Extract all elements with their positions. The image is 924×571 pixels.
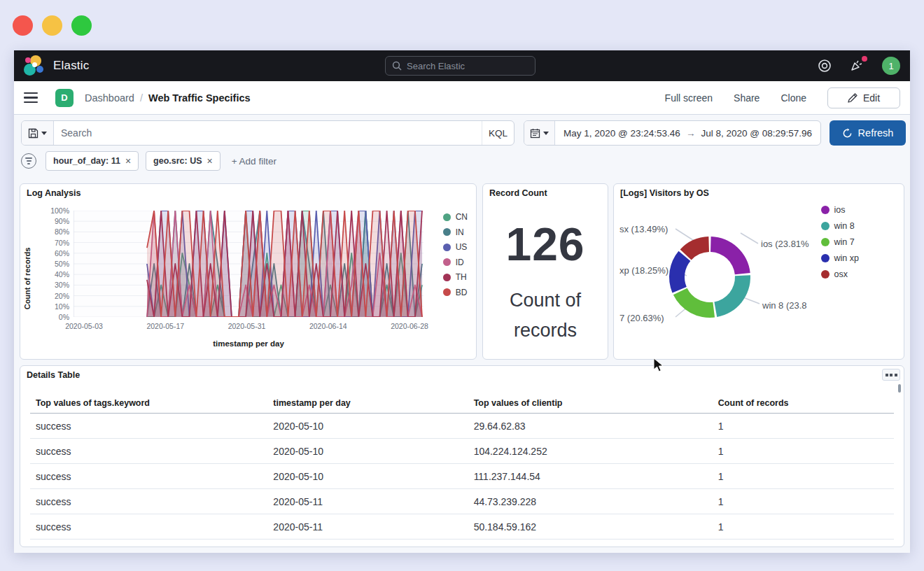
menu-icon[interactable]: [24, 92, 38, 104]
date-range-start[interactable]: May 1, 2020 @ 23:24:53.46: [564, 128, 680, 139]
donut-callout-label: xp (18.25%): [620, 265, 668, 276]
donut-callout-label: sx (13.49%): [620, 224, 668, 234]
refresh-button[interactable]: Refresh: [830, 120, 906, 146]
table-column-header[interactable]: timestamp per day: [267, 394, 468, 413]
y-tick: 80%: [37, 227, 69, 236]
table-column-header[interactable]: Top values of tags.keyword: [30, 394, 267, 413]
chevron-down-icon: [543, 132, 549, 135]
filter-pill-geo-src[interactable]: geo.src: US ×: [146, 151, 220, 171]
y-tick: 50%: [37, 260, 69, 268]
legend-label: TH: [456, 272, 467, 282]
add-filter-button[interactable]: + Add filter: [232, 156, 276, 167]
legend-swatch: [443, 228, 451, 236]
quick-select-button[interactable]: [524, 121, 555, 145]
legend-swatch: [443, 258, 451, 266]
close-window-button[interactable]: [13, 15, 33, 36]
legend-item-win-xp[interactable]: win xp: [821, 253, 859, 263]
table-cell: 1: [713, 439, 894, 463]
close-icon[interactable]: ×: [207, 155, 213, 167]
minimize-window-button[interactable]: [42, 15, 62, 36]
table-cell: 1: [713, 464, 894, 488]
edit-button[interactable]: Edit: [827, 87, 900, 108]
global-search-input[interactable]: Search Elastic: [385, 56, 536, 76]
legend-item-BD[interactable]: BD: [443, 288, 468, 297]
query-bar: Search KQL: [21, 120, 514, 146]
chevron-down-icon: [41, 132, 47, 135]
close-icon[interactable]: ×: [125, 155, 131, 167]
table-cell: 1: [713, 414, 894, 438]
legend-label: BD: [456, 288, 468, 297]
metric-value: 126: [483, 218, 608, 271]
donut-slice-ios[interactable]: [710, 237, 750, 274]
search-icon: [392, 61, 402, 71]
user-avatar[interactable]: 1: [882, 57, 900, 75]
notifications-icon[interactable]: [850, 59, 864, 73]
breadcrumb-dashboard[interactable]: Dashboard: [85, 92, 134, 104]
table-cell: 104.224.124.252: [468, 439, 713, 463]
help-icon[interactable]: [818, 59, 832, 73]
saved-query-button[interactable]: [22, 121, 54, 145]
nav-bar: D Dashboard / Web Traffic Specifics Full…: [14, 81, 910, 115]
y-axis-label: Count of records: [22, 226, 33, 331]
pencil-icon: [848, 93, 858, 103]
x-tick: 2020-05-03: [65, 322, 103, 330]
panel-title: Log Analysis: [27, 188, 80, 198]
legend-item-CN[interactable]: CN: [443, 212, 468, 222]
legend-swatch: [821, 270, 830, 279]
search-query-input[interactable]: Search: [54, 121, 482, 145]
panel-options-button[interactable]: [882, 369, 900, 381]
global-search-placeholder: Search Elastic: [407, 61, 465, 71]
table-cell: 44.73.239.228: [468, 489, 713, 514]
donut-slice-win-xp[interactable]: [669, 251, 690, 293]
table-cell: success: [30, 414, 267, 438]
y-tick: 10%: [37, 302, 69, 311]
dashboard-app-badge[interactable]: D: [55, 89, 74, 107]
donut-slice-win-8[interactable]: [714, 275, 750, 317]
elastic-logo-icon[interactable]: [24, 55, 45, 76]
legend-item-win-7[interactable]: win 7: [821, 237, 859, 247]
legend-label: US: [456, 242, 468, 252]
y-tick: 0%: [37, 313, 69, 321]
filter-pill-hour-of-day[interactable]: hour_of_day: 11 ×: [46, 151, 139, 171]
x-tick: 2020-05-17: [146, 322, 184, 330]
table-cell: success: [30, 464, 267, 488]
legend-item-osx[interactable]: osx: [821, 269, 859, 279]
donut-callout-label: 7 (20.63%): [620, 313, 664, 323]
notification-badge: [862, 56, 867, 62]
legend-item-TH[interactable]: TH: [443, 272, 468, 282]
date-picker: May 1, 2020 @ 23:24:53.46 → Jul 8, 2020 …: [524, 120, 821, 146]
table-cell: 2020-05-11: [267, 514, 468, 539]
legend-label: CN: [456, 212, 468, 222]
table-column-header[interactable]: Count of records: [713, 394, 894, 413]
legend-label: ios: [834, 205, 846, 215]
full-screen-button[interactable]: Full screen: [665, 92, 713, 104]
y-tick: 90%: [37, 217, 69, 225]
query-language-button[interactable]: KQL: [482, 121, 514, 145]
filter-pill-label: geo.src: US: [153, 156, 202, 166]
legend-label: IN: [456, 227, 464, 237]
legend-item-ios[interactable]: ios: [821, 205, 859, 215]
brand-title: Elastic: [53, 59, 89, 73]
maximize-window-button[interactable]: [71, 15, 92, 36]
y-tick: 30%: [37, 281, 69, 289]
clone-button[interactable]: Clone: [780, 92, 806, 104]
legend-item-ID[interactable]: ID: [443, 258, 468, 267]
scrollbar-thumb[interactable]: [898, 384, 901, 393]
date-range-end[interactable]: Jul 8, 2020 @ 08:29:57.96: [701, 128, 812, 139]
filter-icon[interactable]: [21, 153, 36, 169]
table-cell: 2020-05-10: [267, 439, 468, 463]
log-analysis-chart[interactable]: [74, 211, 424, 317]
legend-item-win-8[interactable]: win 8: [821, 221, 859, 231]
legend-label: win 8: [834, 221, 855, 231]
app-window: Elastic Search Elastic 1 D Dashboard / W…: [14, 50, 910, 553]
table-column-header[interactable]: Top values of clientip: [468, 394, 713, 413]
x-axis-title: timestamp per day: [74, 339, 424, 348]
share-button[interactable]: Share: [734, 92, 760, 104]
legend-item-IN[interactable]: IN: [443, 227, 468, 237]
legend-label: win 7: [834, 237, 855, 247]
y-tick: 100%: [37, 206, 69, 215]
page-title: Web Traffic Specifics: [148, 92, 251, 104]
legend-item-US[interactable]: US: [443, 242, 468, 252]
table-cell: 2020-05-10: [267, 414, 468, 438]
legend-swatch: [821, 254, 830, 262]
